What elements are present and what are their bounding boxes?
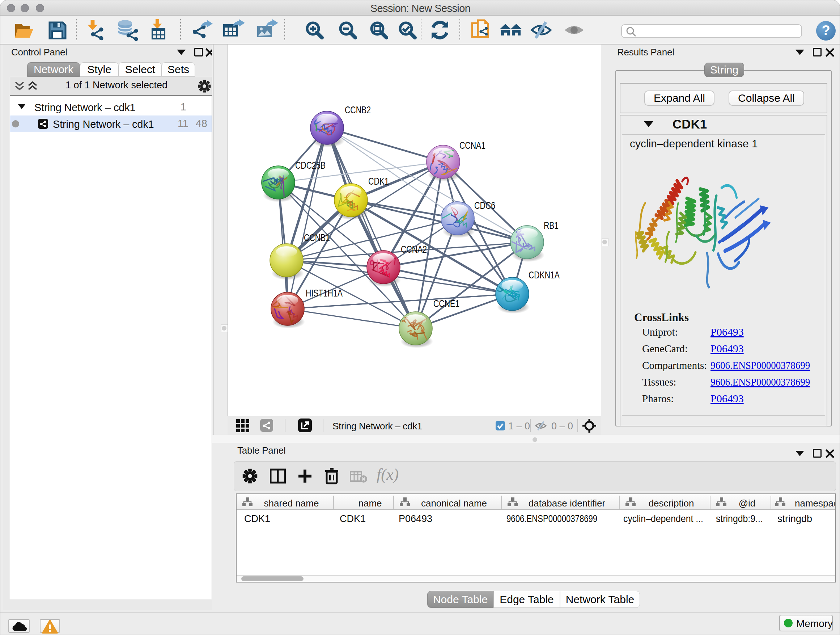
svg-text:CCNA2: CCNA2	[401, 244, 427, 255]
svg-text:CDK1: CDK1	[368, 176, 389, 187]
svg-text:CCNB1: CCNB1	[304, 232, 330, 243]
svg-text:HIST1H1A: HIST1H1A	[306, 287, 343, 299]
svg-text:CCNB2: CCNB2	[345, 104, 371, 116]
svg-text:RB1: RB1	[544, 220, 559, 231]
svg-text:CCNE1: CCNE1	[433, 298, 459, 309]
svg-text:CDC6: CDC6	[474, 200, 495, 211]
svg-text:CCNA1: CCNA1	[459, 140, 485, 151]
svg-text:CDKN1A: CDKN1A	[529, 269, 560, 280]
svg-text:CDC25B: CDC25B	[295, 160, 325, 171]
